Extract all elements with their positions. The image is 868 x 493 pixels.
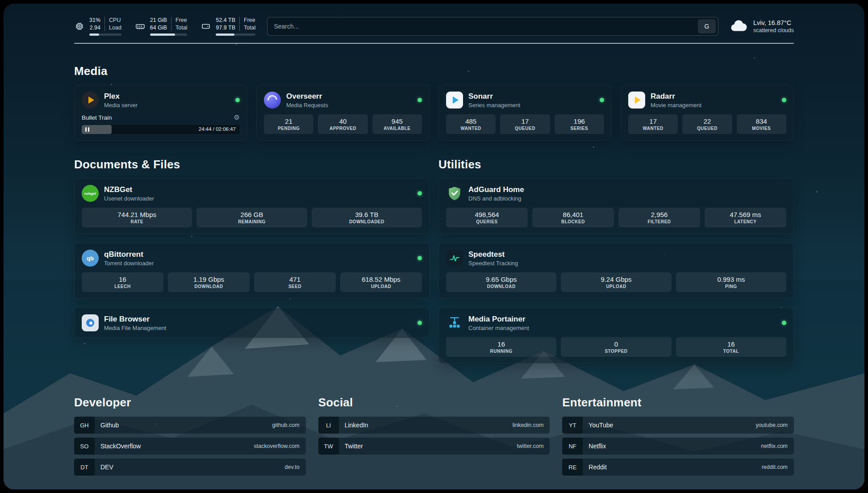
stat-stopped: 0STOPPED [561,337,671,357]
bookmark-dev[interactable]: DT DEV dev.to [74,459,306,476]
service-card-speedtest[interactable]: Speedtest Speedtest Tracking 9.65 GbpsDO… [438,243,794,299]
bookmark-youtube[interactable]: YT YouTube youtube.com [562,417,794,434]
weather-widget: Lviv, 16.87°C scattered clouds [730,19,794,34]
sonarr-icon [446,92,463,109]
status-dot [417,98,422,102]
weather-location: Lviv, 16.87°C [753,19,794,26]
status-dot [600,98,604,102]
overseerr-icon [264,92,281,109]
service-card-portainer[interactable]: Media Portainer Container management 16R… [438,308,794,363]
bookmark-url: youtube.com [755,422,788,428]
section-title-developer: Developer [74,396,306,409]
service-subtitle: DNS and adblocking [468,195,524,202]
cpu-usage-value: 31% [89,17,104,24]
bookmarks-social: Social LI LinkedIn linkedin.com TW Twitt… [318,396,550,480]
service-subtitle: Movie management [651,102,701,109]
stat-wanted: 485WANTED [446,114,496,134]
service-card-sonarr[interactable]: Sonarr Series management 485WANTED 17QUE… [438,85,612,141]
service-card-filebrowser[interactable]: File Browser Media File Management [74,308,430,338]
portainer-icon [446,314,463,331]
bookmark-name: LinkedIn [345,422,368,429]
bookmark-name: Netflix [588,443,606,450]
status-dot [782,321,786,325]
cpu-metric: 31% CPU 2.94 Load [74,17,121,36]
pause-icon[interactable] [85,127,89,132]
status-dot [782,98,786,102]
ram-free-value: 21 GiB [150,17,171,24]
bookmark-abbr: NF [562,438,583,455]
service-card-overseerr[interactable]: Overseerr Media Requests 21PENDING 40APP… [256,85,430,141]
service-subtitle: Media server [104,102,138,109]
status-dot [235,98,240,102]
bookmark-stackoverflow[interactable]: SO StackOverflow stackoverflow.com [74,438,306,455]
ram-total-value: 64 GiB [150,25,171,32]
memory-icon [135,21,146,32]
stat-queries: 498,564QUERIES [446,208,528,227]
bookmark-url: github.com [272,422,300,428]
snow-flecks [4,4,5,5]
stat-seed: 471SEED [254,272,336,292]
cpu-load-label: Load [104,25,121,32]
bookmark-name: StackOverflow [100,443,141,450]
stat-available: 945AVAILABLE [372,114,422,134]
section-title-documents: Documents & Files [74,158,430,171]
service-subtitle: Media Requests [286,102,328,109]
bookmark-abbr: LI [318,417,339,434]
stat-blocked: 86,401BLOCKED [532,208,614,227]
stat-ping: 0.993 msPING [676,272,786,292]
bookmark-url: reddit.com [762,464,788,470]
service-title: File Browser [104,315,166,324]
service-card-plex[interactable]: Plex Media server Bullet Train ⚙ 24:44 /… [74,85,247,141]
service-subtitle: Usenet downloader [104,195,154,202]
stat-upload: 9.24 GbpsUPLOAD [561,272,671,292]
cpu-progress-bar [89,33,121,36]
service-card-adguard[interactable]: AdGuard Home DNS and adblocking 498,564Q… [438,178,794,234]
bookmark-netflix[interactable]: NF Netflix netflix.com [562,438,794,455]
disk-metric: 52.4 TB Free 97.9 TB Total [200,17,255,36]
gear-icon[interactable]: ⚙ [234,113,240,121]
dashboard-screen: 31% CPU 2.94 Load [4,4,864,489]
service-title: Overseerr [286,92,328,101]
section-title-social: Social [318,396,550,409]
bookmark-abbr: SO [74,438,95,455]
service-title: Speedtest [468,250,518,259]
documents-column: Documents & Files nzbget NZBGet Usenet d… [74,158,430,372]
service-title: Plex [104,92,138,101]
stat-movies: 834MOVIES [737,114,786,134]
service-subtitle: Speedtest Tracking [468,260,518,267]
header-divider [74,43,794,44]
weather-condition: scattered clouds [753,27,794,33]
disk-free-value: 52.4 TB [216,17,239,24]
status-dot [417,191,422,196]
playback-progress-bar[interactable]: 24:44 / 02:06:47 [82,125,240,134]
disk-total-value: 97.9 TB [216,25,239,32]
media-cards-row: Plex Media server Bullet Train ⚙ 24:44 /… [74,85,794,141]
qbittorrent-icon: qb [82,250,99,267]
now-playing-title: Bullet Train [82,114,112,121]
service-title: Radarr [651,92,701,101]
search-provider-button[interactable]: G [698,19,716,33]
cpu-load-value: 2.94 [89,25,104,32]
bookmark-reddit[interactable]: RE Reddit reddit.com [562,459,794,476]
bookmark-linkedin[interactable]: LI LinkedIn linkedin.com [318,417,550,434]
disk-total-label: Total [239,25,255,32]
search-input[interactable] [267,17,698,35]
service-title: NZBGet [104,185,154,194]
radarr-icon [628,92,645,109]
bookmark-url: dev.to [285,464,300,470]
stat-download: 1.19 GbpsDOWNLOAD [168,272,250,292]
ram-metric: 21 GiB Free 64 GiB Total [135,17,188,36]
ram-progress-bar [150,33,188,36]
bookmark-twitter[interactable]: TW Twitter twitter.com [318,438,550,455]
disk-icon [200,21,211,32]
service-card-qbittorrent[interactable]: qb qBittorrent Torrent downloader 16LEEC… [74,243,430,299]
service-title: AdGuard Home [468,185,524,194]
service-card-nzbget[interactable]: nzbget NZBGet Usenet downloader 744.21 M… [74,178,430,234]
stat-queued: 22QUEUED [682,114,732,134]
bookmark-url: twitter.com [517,443,544,449]
bookmark-name: Twitter [345,443,363,450]
cpu-icon [74,21,85,32]
bookmark-github[interactable]: GH Github github.com [74,417,306,434]
service-card-radarr[interactable]: Radarr Movie management 17WANTED 22QUEUE… [621,85,794,141]
bookmarks-entertainment: Entertainment YT YouTube youtube.com NF … [562,396,794,480]
